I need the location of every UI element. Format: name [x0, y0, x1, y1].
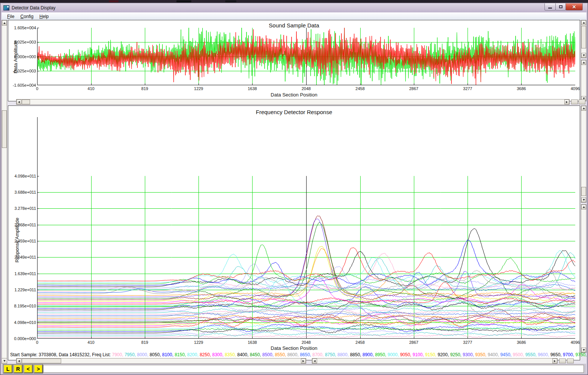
scroll-left-button[interactable]	[17, 99, 21, 104]
scroll-down-button[interactable]	[581, 197, 586, 202]
maximize-button[interactable]	[555, 3, 566, 11]
sound-xlabel: Data Section Position	[8, 92, 580, 98]
freq-item: 9650,	[550, 352, 563, 357]
scroll-right-button[interactable]	[564, 99, 569, 104]
arrow-down-icon	[583, 54, 585, 56]
freq-item: 9700,	[563, 352, 575, 357]
freq-item: 9550,	[525, 352, 538, 357]
tick-label: 2458	[349, 86, 371, 91]
close-button[interactable]: ✕	[565, 3, 583, 11]
scrollbar-thumb[interactable]	[581, 26, 586, 48]
tick-label: 2048	[295, 86, 317, 91]
middle-horizontal-scrollbar[interactable]	[16, 99, 570, 105]
scrollbar-thumb[interactable]	[2, 110, 7, 148]
menu-bar: FileConfigHelp	[2, 12, 586, 21]
left-vertical-scrollbar[interactable]	[2, 20, 7, 361]
response-xlabel: Data Section Position	[8, 345, 580, 351]
freq-item: 9400,	[488, 352, 500, 357]
arrow-left-icon	[18, 101, 20, 103]
background-artifact-blob	[225, 0, 236, 2]
sound-chart-canvas[interactable]	[37, 28, 575, 85]
response-right-scrollbar-2[interactable]	[581, 204, 586, 353]
left-channel-button[interactable]: L	[3, 364, 12, 373]
scrollbar-grip[interactable]	[579, 99, 585, 104]
scroll-down-button[interactable]	[581, 348, 586, 352]
minimize-icon	[548, 8, 552, 9]
response-chart-canvas[interactable]	[37, 117, 575, 339]
sound-right-scrollbar-1[interactable]	[581, 20, 586, 58]
previous-button[interactable]: <	[24, 364, 33, 373]
tick-label: 1229	[187, 340, 210, 345]
scroll-down-button[interactable]	[581, 53, 586, 58]
tick-label: 1229	[187, 86, 210, 91]
scroll-left-button[interactable]	[312, 358, 317, 363]
background-artifact-blob	[176, 0, 191, 2]
freq-item: 8150,	[174, 352, 187, 357]
freq-item: 7900,	[112, 352, 125, 357]
tick-label: 4.098e+011	[9, 174, 36, 178]
scroll-up-button[interactable]	[581, 106, 586, 111]
bottom-horizontal-scrollbar-2[interactable]	[312, 358, 558, 364]
scrollbar-grip[interactable]	[571, 99, 578, 104]
status-line: Start Sample: 3703808, Data 14815232, Fr…	[10, 352, 588, 357]
freq-item: 8950,	[375, 352, 387, 357]
menu-config[interactable]: Config	[17, 13, 36, 20]
window-title: Detector Data Display	[12, 5, 56, 11]
left-scroll-down-button[interactable]	[2, 358, 7, 364]
scroll-up-button[interactable]	[581, 205, 586, 209]
arrow-up-icon	[583, 107, 585, 109]
tick-label: 2.049e+011	[9, 255, 36, 259]
tick-label: 819	[134, 86, 156, 91]
freq-item: 8400,	[237, 352, 250, 357]
tick-label: 2867	[403, 340, 425, 345]
scrollbar-thumb[interactable]	[22, 99, 30, 104]
menu-help[interactable]: Help	[36, 13, 52, 20]
scroll-up-button[interactable]	[2, 20, 7, 26]
tick-label: 1.605e+004	[9, 26, 36, 30]
scrollbar-thumb[interactable]	[581, 187, 586, 196]
scrollbar-thumb[interactable]	[22, 358, 61, 363]
scrollbar-grip[interactable]	[567, 358, 574, 363]
sound-right-scrollbar-2[interactable]	[581, 60, 586, 101]
arrow-up-icon	[583, 206, 585, 208]
freq-item: 9300,	[463, 352, 475, 357]
arrow-up-icon	[583, 22, 585, 24]
arrow-right-icon	[566, 101, 568, 103]
tick-label: 2458	[349, 340, 371, 345]
freq-item: 8500,	[262, 352, 275, 357]
bottom-horizontal-scrollbar-1[interactable]	[16, 358, 306, 364]
freq-item: 9200,	[438, 352, 450, 357]
minimize-button[interactable]	[544, 3, 556, 11]
arrow-left-icon	[314, 360, 316, 362]
menu-file[interactable]: File	[4, 13, 17, 20]
app-icon	[3, 5, 9, 11]
arrow-up-icon	[3, 22, 6, 24]
app-window: Detector Data Display ✕ FileConfigHelp S…	[0, 3, 588, 375]
tick-label: 0	[26, 86, 48, 91]
scroll-right-button[interactable]	[301, 358, 306, 363]
tick-label: 0.000e+000	[9, 54, 36, 59]
right-channel-button[interactable]: R	[14, 364, 23, 373]
arrow-right-icon	[554, 360, 556, 362]
tick-label: 1.229e+011	[9, 288, 36, 292]
scroll-up-button[interactable]	[581, 60, 586, 65]
tick-label: 3686	[510, 86, 532, 91]
freq-item: 8750,	[325, 352, 337, 357]
bottom-control-bar: L R < >	[2, 364, 586, 374]
tick-label: 2.459e+011	[9, 239, 36, 243]
scroll-left-button[interactable]	[17, 358, 21, 363]
arrow-down-icon	[3, 360, 6, 362]
scroll-up-button[interactable]	[581, 20, 586, 25]
freq-item: 8650,	[300, 352, 312, 357]
next-button[interactable]: >	[34, 364, 43, 373]
arrow-left-icon	[18, 360, 20, 362]
tick-label: 2867	[403, 86, 425, 91]
freq-item: 8800,	[337, 352, 350, 357]
freq-item: 8100,	[162, 352, 174, 357]
scroll-right-button[interactable]	[552, 358, 557, 363]
response-right-scrollbar-1[interactable]	[581, 105, 586, 203]
tick-label: 410	[80, 86, 102, 91]
title-bar[interactable]: Detector Data Display ✕	[1, 3, 587, 12]
freq-item: 9750,	[575, 352, 588, 357]
scrollbar-grip[interactable]	[559, 358, 566, 363]
